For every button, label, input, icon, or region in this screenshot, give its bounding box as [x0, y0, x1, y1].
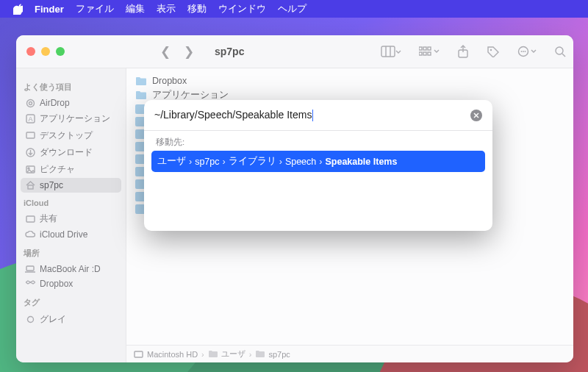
- menu-file[interactable]: ファイル: [76, 2, 114, 15]
- go-to-folder-dialog: ~/Library/Speech/Speakable Items 移動先: ユー…: [144, 100, 492, 231]
- menu-view[interactable]: 表示: [157, 2, 176, 15]
- clear-input-button[interactable]: [470, 110, 482, 121]
- apple-logo-icon[interactable]: [13, 4, 23, 15]
- menu-help[interactable]: ヘルプ: [278, 2, 306, 15]
- input-value: ~/Library/Speech/Speakable Items: [154, 109, 312, 121]
- result-segment: Speakable Items: [325, 157, 397, 167]
- close-icon: [473, 112, 479, 118]
- chevron-right-icon: ›: [189, 157, 192, 167]
- go-to-result-row[interactable]: ユーザ › sp7pc › ライブラリ › Speech › Speakable…: [151, 151, 485, 172]
- result-segment: Speech: [285, 157, 316, 167]
- go-to-section-label: 移動先:: [144, 131, 492, 151]
- result-segment: sp7pc: [195, 157, 219, 167]
- menu-window[interactable]: ウインドウ: [218, 2, 266, 15]
- menu-edit[interactable]: 編集: [126, 2, 145, 15]
- go-to-folder-input[interactable]: ~/Library/Speech/Speakable Items: [154, 109, 465, 121]
- menu-app-name[interactable]: Finder: [35, 4, 64, 15]
- result-segment: ライブラリ: [229, 155, 276, 168]
- menu-bar: Finder ファイル 編集 表示 移動 ウインドウ ヘルプ: [0, 0, 588, 18]
- chevron-right-icon: ›: [223, 157, 226, 167]
- chevron-right-icon: ›: [319, 157, 322, 167]
- menu-go[interactable]: 移動: [187, 2, 207, 15]
- chevron-right-icon: ›: [279, 157, 282, 167]
- result-segment: ユーザ: [157, 155, 186, 168]
- text-caret: [312, 110, 313, 121]
